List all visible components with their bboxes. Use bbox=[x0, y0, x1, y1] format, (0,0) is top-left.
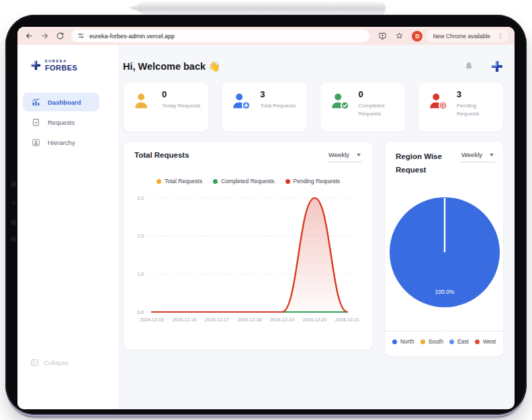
stat-label: Pending Requests bbox=[457, 102, 498, 119]
legend-label: East bbox=[457, 338, 469, 345]
legend-dot bbox=[213, 179, 218, 184]
legend-item-pending-requests[interactable]: Pending Requests bbox=[285, 178, 340, 185]
chrome-update-label: New Chrome available bbox=[433, 33, 490, 40]
forward-icon[interactable] bbox=[39, 31, 50, 42]
user-check-icon bbox=[330, 91, 350, 111]
legend-dot bbox=[449, 339, 454, 344]
sidebar: EUREKA FORBES DashboardRequestsHierarchy… bbox=[17, 45, 118, 409]
legend-label: North bbox=[400, 338, 414, 345]
legend-dot bbox=[392, 339, 397, 344]
url-text: eureka-forbes-admin.vercel.app bbox=[89, 33, 175, 40]
dashboard-icon bbox=[32, 98, 40, 107]
sidebar-item-label: Dashboard bbox=[48, 99, 81, 106]
line-chart-title: Total Requests bbox=[134, 151, 189, 159]
pie-chart-title: Region Wise Request bbox=[396, 150, 463, 176]
sidebar-item-hierarchy[interactable]: Hierarchy bbox=[23, 133, 99, 152]
stat-label: Today Requests bbox=[162, 102, 204, 110]
profile-avatar[interactable]: D bbox=[412, 31, 423, 42]
user-plus-icon bbox=[231, 91, 251, 111]
legend-item-west[interactable]: West bbox=[475, 338, 496, 345]
stat-card: 3Pending Requests bbox=[418, 82, 504, 132]
legend-item-north[interactable]: North bbox=[392, 338, 414, 345]
requests-icon bbox=[32, 118, 40, 127]
stats-row: 0Today Requests3Total Requests0Completed… bbox=[123, 82, 504, 132]
svg-text:100.0%: 100.0% bbox=[435, 288, 455, 295]
stat-value: 3 bbox=[260, 89, 265, 99]
camera-icon bbox=[11, 181, 17, 187]
chevron-down-icon bbox=[357, 154, 361, 156]
legend-label: South bbox=[429, 338, 443, 345]
collapse-sidebar-button[interactable]: Collapse bbox=[30, 358, 69, 367]
legend-dot bbox=[285, 179, 290, 184]
svg-text:3.0: 3.0 bbox=[137, 196, 144, 201]
stat-label: Total Requests bbox=[260, 102, 302, 110]
svg-text:2024-12-19: 2024-12-19 bbox=[270, 317, 294, 322]
legend-label: West bbox=[483, 338, 496, 345]
url-bar[interactable]: eureka-forbes-admin.vercel.app bbox=[71, 30, 369, 42]
chrome-update-button[interactable]: New Chrome available ⋮ bbox=[427, 30, 508, 42]
legend-label: Completed Requests bbox=[221, 178, 274, 185]
eureka-forbes-logo: EUREKA FORBES bbox=[30, 60, 77, 72]
logo-text-bottom: FORBES bbox=[45, 64, 77, 72]
page-title: Hi, Welcome back 👋 bbox=[123, 61, 463, 72]
tablet-mockup: eureka-forbes-admin.vercel.app D New Chr… bbox=[0, 0, 532, 420]
pie-period-dropdown[interactable]: Weekly bbox=[460, 150, 495, 162]
hierarchy-icon bbox=[32, 138, 40, 147]
main-content: Hi, Welcome back 👋 0Today Requests3Total… bbox=[118, 45, 515, 409]
legend-dot bbox=[420, 339, 425, 344]
user-clock-icon bbox=[428, 91, 448, 111]
bookmark-star-icon[interactable] bbox=[394, 31, 404, 41]
stat-value: 0 bbox=[359, 89, 363, 99]
site-settings-icon bbox=[77, 32, 85, 40]
region-wise-chart-card: Region Wise Request Weekly 100.0% NorthS… bbox=[384, 141, 504, 357]
stylus bbox=[141, 1, 386, 14]
notifications-bell-icon[interactable] bbox=[463, 61, 474, 72]
svg-text:2024-12-20: 2024-12-20 bbox=[303, 317, 327, 322]
svg-text:0.0: 0.0 bbox=[137, 310, 144, 315]
pie-chart-legend: NorthSouthEastWest bbox=[385, 338, 503, 345]
screen: eureka-forbes-admin.vercel.app D New Chr… bbox=[17, 27, 515, 409]
collapse-label: Collapse bbox=[44, 359, 69, 366]
line-chart: 0.01.02.03.02024-12-152024-12-162024-12-… bbox=[124, 190, 374, 343]
sidebar-item-label: Requests bbox=[48, 119, 75, 126]
sidebar-item-label: Hierarchy bbox=[48, 139, 75, 146]
stat-label: Completed Requests bbox=[359, 102, 400, 119]
sidebar-item-dashboard[interactable]: Dashboard bbox=[23, 93, 99, 111]
chevron-down-icon bbox=[490, 154, 494, 156]
sidebar-menu: DashboardRequestsHierarchy bbox=[23, 93, 99, 153]
legend-item-east[interactable]: East bbox=[449, 338, 469, 345]
line-period-value: Weekly bbox=[328, 151, 349, 158]
svg-text:2.0: 2.0 bbox=[137, 233, 144, 238]
stat-value: 3 bbox=[457, 89, 461, 99]
brand-plus-icon bbox=[490, 60, 504, 73]
svg-text:2024-12-15: 2024-12-15 bbox=[140, 317, 164, 322]
svg-text:1.0: 1.0 bbox=[137, 272, 144, 276]
stat-card: 0Today Requests bbox=[123, 82, 209, 132]
stat-card: 3Total Requests bbox=[221, 82, 307, 132]
camera-icon bbox=[11, 219, 17, 225]
svg-text:2024-12-16: 2024-12-16 bbox=[173, 317, 197, 322]
install-app-icon[interactable] bbox=[378, 31, 388, 41]
kebab-menu-icon[interactable]: ⋮ bbox=[495, 32, 506, 40]
svg-text:2024-12-18: 2024-12-18 bbox=[238, 317, 262, 322]
total-requests-chart-card: Total Requests Weekly Total RequestsComp… bbox=[123, 141, 373, 350]
sidebar-item-requests[interactable]: Requests bbox=[23, 113, 99, 132]
sensor-dot-icon bbox=[12, 201, 15, 205]
back-icon[interactable] bbox=[24, 31, 34, 42]
reload-icon[interactable] bbox=[54, 31, 65, 42]
stat-card: 0Completed Requests bbox=[320, 82, 406, 132]
browser-toolbar: eureka-forbes-admin.vercel.app D New Chr… bbox=[17, 27, 515, 45]
legend-item-total-requests[interactable]: Total Requests bbox=[157, 178, 202, 185]
logo-text-top: EUREKA bbox=[45, 60, 77, 64]
legend-item-south[interactable]: South bbox=[420, 338, 443, 345]
legend-dot bbox=[157, 179, 161, 184]
svg-text:2024-12-17: 2024-12-17 bbox=[205, 317, 229, 322]
divider bbox=[385, 331, 503, 331]
user-icon bbox=[133, 91, 153, 111]
legend-item-completed-requests[interactable]: Completed Requests bbox=[213, 178, 274, 185]
pie-period-value: Weekly bbox=[461, 151, 482, 158]
line-period-dropdown[interactable]: Weekly bbox=[327, 150, 362, 162]
stylus-tip-icon bbox=[129, 3, 142, 13]
pie-chart: 100.0% bbox=[385, 190, 504, 321]
plus-logo-icon bbox=[30, 60, 42, 71]
